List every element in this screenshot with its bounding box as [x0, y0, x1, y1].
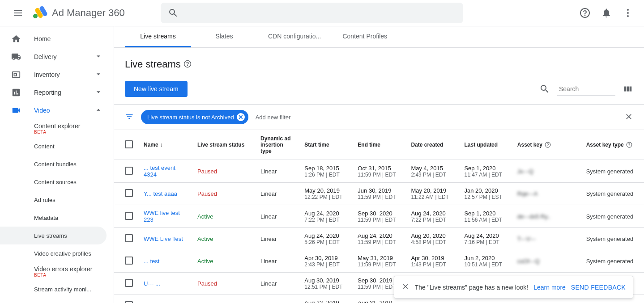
- nav-home[interactable]: Home: [0, 30, 114, 48]
- filter-bar-close[interactable]: [624, 112, 633, 122]
- sub-video-errors-explorer[interactable]: Video errors explorerBETA: [0, 262, 114, 280]
- row-start: Aug 24, 20207:22 PM | EDT: [299, 205, 352, 228]
- help-icon[interactable]: ?: [626, 142, 632, 148]
- row-name-link[interactable]: Y... test aaaa: [138, 183, 192, 205]
- svg-point-6: [627, 12, 629, 14]
- snackbar-close-button[interactable]: [401, 282, 409, 292]
- row-checkbox[interactable]: [125, 301, 133, 303]
- col-dynamic[interactable]: Dynamic ad insertion type: [255, 130, 299, 160]
- col-end[interactable]: End time: [352, 130, 405, 160]
- row-asset-key-type: System generated: [581, 183, 644, 205]
- col-name[interactable]: Name↓: [138, 130, 192, 160]
- columns-icon: [623, 84, 633, 94]
- inventory-icon: [11, 70, 21, 80]
- tab-live-streams[interactable]: Live streams: [125, 26, 191, 47]
- row-checkbox[interactable]: [125, 189, 133, 197]
- table-header-row: Name↓ Live stream status Dynamic ad inse…: [114, 130, 644, 160]
- filter-chip[interactable]: Live stream status is not Archived ✕: [141, 110, 248, 124]
- app-name: Ad Manager 360: [52, 7, 125, 19]
- notifications-button[interactable]: [597, 4, 615, 22]
- hamburger-menu-button[interactable]: [7, 2, 29, 24]
- nav-delivery[interactable]: Delivery: [0, 48, 114, 66]
- row-checkbox[interactable]: [125, 212, 133, 220]
- select-all-checkbox[interactable]: [125, 140, 133, 148]
- admanager-logo-icon: [30, 4, 48, 22]
- row-updated: Aug 24, 20207:16 PM | EDT: [459, 228, 512, 250]
- sidebar: Home Delivery Inventory Reporting Video …: [0, 26, 114, 303]
- close-icon: [401, 282, 409, 290]
- svg-point-11: [187, 65, 188, 66]
- row-updated: Jan 20, 202012:57 PM | EST: [459, 183, 512, 205]
- row-checkbox[interactable]: [125, 167, 133, 175]
- sub-metadata[interactable]: Metadata: [0, 209, 114, 227]
- sub-ad-rules[interactable]: Ad rules: [0, 191, 114, 209]
- tab-cdn-configurations[interactable]: CDN configuratio...: [257, 26, 332, 47]
- col-start[interactable]: Start time: [299, 130, 352, 160]
- filter-bar: Live stream status is not Archived ✕ Add…: [114, 104, 644, 130]
- sub-content-bundles[interactable]: Content bundles: [0, 155, 114, 173]
- row-created: Aug 20, 20204:58 PM | EDT: [405, 228, 459, 250]
- global-search-bar[interactable]: [161, 3, 463, 23]
- page-title: Live streams: [125, 59, 181, 70]
- row-checkbox[interactable]: [125, 234, 133, 242]
- col-updated[interactable]: Last updated: [459, 130, 512, 160]
- new-live-stream-button[interactable]: New live stream: [125, 81, 188, 97]
- nav-admin[interactable]: Admin: [0, 298, 114, 303]
- svg-point-5: [627, 9, 629, 11]
- video-icon: [11, 105, 21, 115]
- sub-video-creative-profiles[interactable]: Video creative profiles: [0, 244, 114, 262]
- row-checkbox[interactable]: [125, 279, 133, 287]
- nav-label: Reporting: [34, 89, 61, 96]
- col-created[interactable]: Date created: [405, 130, 459, 160]
- row-updated: Jun 2, 202010:51 AM | EDT: [459, 250, 512, 273]
- sub-content-explorer[interactable]: Content explorerBETA: [0, 119, 114, 137]
- row-asset-key-type: System generated: [581, 250, 644, 273]
- content: Live streams Slates CDN configuratio... …: [114, 26, 644, 303]
- more-vert-icon: [623, 8, 633, 18]
- row-name-link[interactable]: U--- ...: [138, 295, 192, 303]
- col-asset-key-type[interactable]: Asset key type ?: [581, 130, 644, 160]
- svg-text:?: ?: [628, 143, 631, 147]
- row-checkbox[interactable]: [125, 257, 133, 265]
- send-feedback-button[interactable]: SEND FEEDBACK: [571, 284, 626, 291]
- tab-slates[interactable]: Slates: [191, 26, 257, 47]
- chevron-down-icon: [94, 70, 103, 79]
- nav-label: Home: [34, 35, 51, 42]
- sub-stream-activity[interactable]: Stream activity moni...: [0, 280, 114, 298]
- row-name-link[interactable]: U--- ...: [138, 273, 192, 295]
- sort-arrow-down-icon: ↓: [160, 142, 163, 148]
- sub-content[interactable]: Content: [0, 137, 114, 155]
- help-icon[interactable]: ?: [545, 142, 551, 148]
- row-status: Paused: [192, 273, 255, 295]
- nav-reporting[interactable]: Reporting: [0, 84, 114, 101]
- row-start: Aug 22, 20195:57 PM | EDT: [299, 295, 352, 303]
- sub-content-sources[interactable]: Content sources: [0, 173, 114, 191]
- chevron-down-icon: [94, 52, 103, 61]
- row-name-link[interactable]: ... test: [138, 250, 192, 273]
- add-filter-button[interactable]: Add new filter: [256, 114, 291, 121]
- row-type: Linear: [255, 160, 299, 183]
- page-header: Live streams: [114, 48, 644, 81]
- page-help-button[interactable]: [183, 60, 192, 69]
- nav-video[interactable]: Video: [0, 101, 114, 119]
- table-search-input[interactable]: [557, 83, 615, 96]
- sub-live-streams[interactable]: Live streams: [0, 227, 107, 244]
- filter-chip-remove[interactable]: ✕: [237, 113, 245, 121]
- column-settings-button[interactable]: [623, 84, 633, 94]
- row-end: May 31, 201911:59 PM | EDT: [352, 250, 405, 273]
- col-status[interactable]: Live stream status: [192, 130, 255, 160]
- new-look-snackbar: The "Live streams" page has a new look! …: [394, 276, 633, 299]
- snackbar-learn-more-link[interactable]: Learn more: [533, 284, 566, 291]
- nav-inventory[interactable]: Inventory: [0, 66, 114, 84]
- help-button[interactable]: [576, 4, 594, 22]
- svg-point-4: [585, 15, 585, 16]
- row-asset-key: csOf---Q: [512, 250, 581, 273]
- col-asset-key[interactable]: Asset key ?: [512, 130, 581, 160]
- header: Ad Manager 360: [0, 0, 644, 26]
- tab-content-profiles[interactable]: Content Profiles: [332, 26, 398, 47]
- row-asset-key-type: System generated: [581, 160, 644, 183]
- more-button[interactable]: [619, 4, 637, 22]
- row-name-link[interactable]: WWE live test 223: [138, 205, 192, 228]
- row-name-link[interactable]: WWE Live Test: [138, 228, 192, 250]
- row-name-link[interactable]: ... test event 4324: [138, 160, 192, 183]
